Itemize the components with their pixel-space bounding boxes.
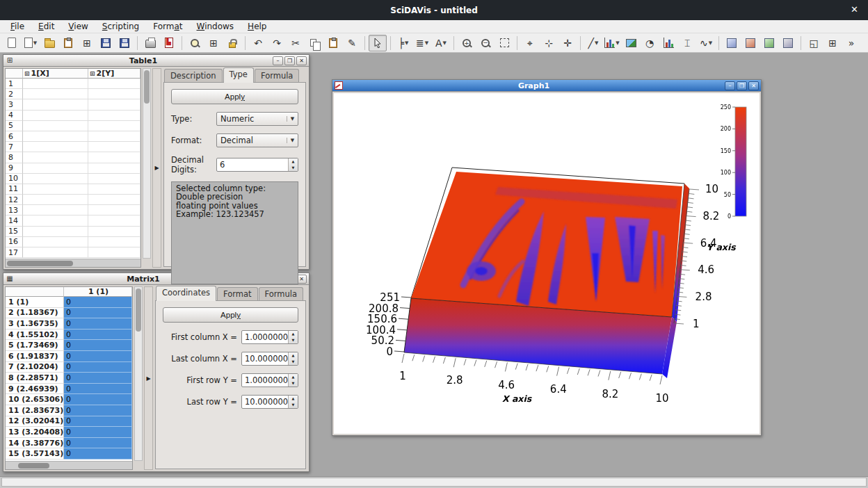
lock-toolbars-icon[interactable] bbox=[223, 35, 241, 51]
table-cell[interactable] bbox=[88, 99, 140, 110]
table-cell[interactable] bbox=[88, 142, 140, 152]
table-cell[interactable] bbox=[23, 131, 88, 142]
matrix-cell-selected[interactable]: 0 bbox=[64, 308, 132, 319]
matrix1-tab-formula[interactable]: Formula bbox=[259, 287, 304, 301]
spin-up-icon[interactable]: ▲ bbox=[289, 158, 298, 165]
table-cell[interactable] bbox=[88, 227, 140, 237]
add-image-icon[interactable] bbox=[622, 35, 640, 51]
table-cell[interactable] bbox=[23, 237, 88, 247]
undo-icon[interactable]: ↶ bbox=[249, 35, 267, 51]
plot3d-scatter-icon[interactable] bbox=[760, 35, 778, 51]
axes-ticks-icon[interactable]: ╞▼ bbox=[394, 35, 412, 51]
histogram-icon[interactable] bbox=[659, 35, 677, 51]
table-cell[interactable] bbox=[23, 89, 88, 99]
matrix-cell-selected[interactable]: 0 bbox=[64, 362, 132, 373]
maximize-icon[interactable]: ❒ bbox=[737, 81, 747, 90]
table-cell[interactable] bbox=[23, 195, 88, 205]
pointer-icon[interactable] bbox=[369, 35, 387, 51]
spin-up-icon[interactable]: ▲ bbox=[289, 374, 298, 380]
table-cell[interactable] bbox=[23, 247, 88, 258]
matrix-cell-selected[interactable]: 0 bbox=[64, 394, 132, 405]
add-column-icon[interactable]: ⊞ bbox=[823, 35, 842, 51]
matrix-row[interactable]: 9 (2.46939)0 bbox=[6, 384, 132, 395]
matrix-cell-selected[interactable]: 0 bbox=[64, 405, 132, 416]
table-cell[interactable] bbox=[88, 79, 140, 89]
format-select[interactable]: Decimal▼ bbox=[216, 133, 298, 147]
column-header-1x[interactable]: ⊞ 1[X] bbox=[23, 69, 88, 79]
plot-canvas[interactable]: 12.84.66.48.210X axis108.26.44.62.81Y ax… bbox=[334, 93, 760, 434]
minimize-icon[interactable]: – bbox=[725, 81, 735, 90]
matrix1-hscrollbar[interactable] bbox=[6, 461, 132, 469]
table-cell[interactable] bbox=[88, 247, 140, 258]
matrix-row[interactable]: 1 (1)0 bbox=[6, 297, 132, 308]
plot3d-contour-icon[interactable] bbox=[779, 35, 797, 51]
table-row[interactable]: 15 bbox=[6, 227, 140, 237]
matrix-row[interactable]: 13 (3.20408)0 bbox=[6, 427, 132, 438]
table-cell[interactable] bbox=[23, 152, 88, 163]
open-project-icon[interactable] bbox=[40, 35, 58, 51]
new-aspect-icon[interactable]: ▼ bbox=[22, 35, 40, 51]
coordinate-field-3[interactable]: 10.0000000▲▼ bbox=[241, 395, 298, 409]
draw-line-icon[interactable]: ╱▼ bbox=[584, 35, 602, 51]
table-cell[interactable] bbox=[88, 163, 140, 174]
plot-column-icon[interactable]: ▼ bbox=[603, 35, 621, 51]
matrix-row[interactable]: 6 (1.91837)0 bbox=[6, 351, 132, 362]
apply-button[interactable]: Apply bbox=[163, 307, 298, 323]
table-cell[interactable] bbox=[23, 163, 88, 174]
table-cell[interactable] bbox=[88, 215, 140, 226]
matrix-cell-selected[interactable]: 0 bbox=[64, 416, 132, 428]
matrix-cell-selected[interactable]: 0 bbox=[64, 330, 132, 341]
cut-icon[interactable]: ✂ bbox=[287, 35, 305, 51]
pie-chart-icon[interactable]: ◔ bbox=[641, 35, 659, 51]
menu-scripting[interactable]: Scripting bbox=[96, 21, 145, 32]
table-row[interactable]: 5 bbox=[6, 121, 140, 131]
table1-tab-type[interactable]: Type bbox=[223, 67, 254, 83]
preferences-table-icon[interactable]: ⊞ bbox=[204, 35, 223, 51]
grid-lines-icon[interactable]: ≣▼ bbox=[413, 35, 431, 51]
table-cell[interactable] bbox=[88, 195, 140, 205]
table-row[interactable]: 16 bbox=[6, 237, 140, 247]
table-row[interactable]: 13 bbox=[6, 205, 140, 215]
decimal-digits-spinner[interactable]: 6 ▲▼ bbox=[216, 158, 298, 172]
table1-tab-formula[interactable]: Formula bbox=[255, 69, 300, 83]
select-range-icon[interactable]: ⊹ bbox=[540, 35, 558, 51]
menu-format[interactable]: Format bbox=[147, 21, 188, 32]
table-cell[interactable] bbox=[23, 121, 88, 131]
zoom-in-icon[interactable] bbox=[458, 35, 476, 51]
spin-up-icon[interactable]: ▲ bbox=[289, 352, 298, 359]
spin-up-icon[interactable]: ▲ bbox=[289, 331, 298, 337]
rescale-icon[interactable] bbox=[495, 35, 513, 51]
table-cell[interactable] bbox=[23, 99, 88, 110]
matrix1-grid[interactable]: 1 (1) 1 (1)02 (1.18367)03 (1.36735)04 (1… bbox=[5, 286, 133, 470]
table-cell[interactable] bbox=[88, 152, 140, 163]
matrix-column-header[interactable]: 1 (1) bbox=[64, 287, 132, 297]
table-row[interactable]: 9 bbox=[6, 163, 140, 174]
matrix-cell-selected[interactable]: 0 bbox=[64, 351, 132, 362]
matrix-row[interactable]: 2 (1.18367)0 bbox=[6, 308, 132, 319]
menu-windows[interactable]: Windows bbox=[191, 21, 241, 32]
table1-vscrollbar[interactable] bbox=[143, 68, 151, 259]
table-cell[interactable] bbox=[88, 184, 140, 195]
save-project-icon[interactable] bbox=[97, 35, 115, 51]
close-icon[interactable]: ✕ bbox=[748, 81, 759, 90]
table-row[interactable]: 6 bbox=[6, 131, 140, 142]
matrix-row[interactable]: 5 (1.73469)0 bbox=[6, 340, 132, 351]
table-row[interactable]: 3 bbox=[6, 99, 140, 110]
matrix-cell-selected[interactable]: 0 bbox=[64, 297, 132, 308]
matrix-row[interactable]: 7 (2.10204)0 bbox=[6, 362, 132, 373]
table-cell[interactable] bbox=[23, 111, 88, 121]
table-cell[interactable] bbox=[88, 131, 140, 142]
zoom-out-icon[interactable] bbox=[476, 35, 495, 51]
box-plot-icon[interactable]: ⌶ bbox=[678, 35, 696, 51]
find-window-icon[interactable] bbox=[186, 35, 204, 51]
copy-icon[interactable] bbox=[305, 35, 323, 51]
matrix-row[interactable]: 11 (2.83673)0 bbox=[6, 405, 132, 416]
coordinate-field-0[interactable]: 1.00000000▲▼ bbox=[241, 330, 298, 344]
toolbar-overflow-icon[interactable]: » bbox=[842, 35, 860, 51]
table-cell[interactable] bbox=[23, 227, 88, 237]
matrix-row[interactable]: 12 (3.02041)0 bbox=[6, 416, 132, 428]
table-cell[interactable] bbox=[23, 184, 88, 195]
table-cell[interactable] bbox=[88, 121, 140, 131]
plot3d-bars-icon[interactable] bbox=[741, 35, 760, 51]
table1-panel-collapser[interactable]: ▶ bbox=[152, 68, 161, 268]
